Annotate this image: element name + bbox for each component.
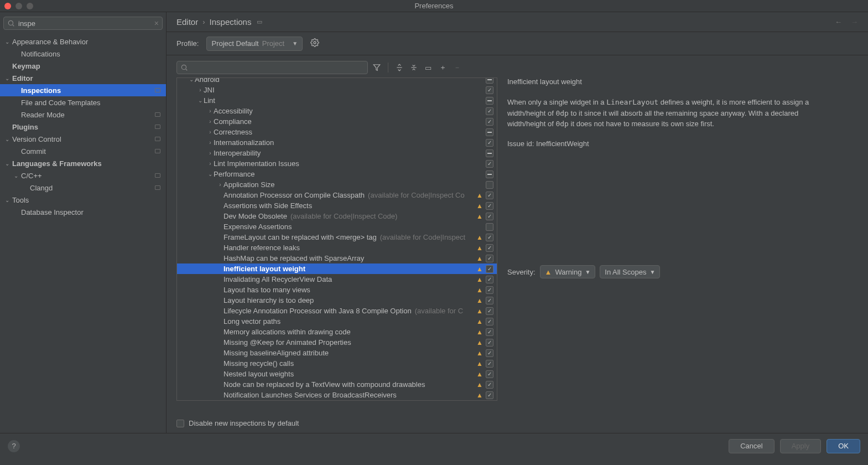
sidebar-item-database-inspector[interactable]: Database Inspector [0, 206, 166, 218]
filter-icon[interactable] [371, 62, 382, 73]
sidebar-search-input[interactable]: × [3, 17, 163, 30]
inspection-checkbox[interactable] [486, 286, 493, 294]
profile-combo[interactable]: Project Default Project ▼ [206, 37, 303, 51]
inspection-checkbox[interactable] [486, 170, 493, 178]
sidebar-search-field[interactable] [15, 19, 154, 28]
inspection-row[interactable]: Assertions with Side Effects▲ [177, 200, 497, 211]
sidebar-item-inspections[interactable]: Inspections [0, 84, 166, 96]
inspection-checkbox[interactable] [486, 318, 493, 326]
sidebar-item-version-control[interactable]: ⌄Version Control [0, 133, 166, 145]
inspection-row[interactable]: Layout hierarchy is too deep▲ [177, 295, 497, 306]
inspection-checkbox[interactable] [486, 265, 493, 273]
inspection-checkbox[interactable] [486, 97, 493, 105]
clear-search-icon[interactable]: × [154, 19, 159, 28]
inspection-row[interactable]: ›Accessibility [177, 106, 497, 116]
scope-combo[interactable]: In All Scopes ▼ [600, 265, 660, 278]
inspection-checkbox[interactable] [486, 307, 493, 315]
inspection-checkbox[interactable] [486, 297, 493, 304]
inspection-checkbox[interactable] [486, 234, 493, 241]
inspection-row[interactable]: Missing @Keep for Animated Properties▲ [177, 337, 497, 348]
sidebar-item-commit[interactable]: Commit [0, 145, 166, 157]
inspection-row[interactable]: Memory allocations within drawing code▲ [177, 327, 497, 337]
inspection-row[interactable]: ›Compliance [177, 116, 497, 127]
window-maximize-button[interactable] [27, 3, 33, 9]
sidebar-item-appearance-behavior[interactable]: ⌄Appearance & Behavior [0, 35, 166, 48]
expand-all-icon[interactable] [394, 62, 405, 73]
inspection-row[interactable]: Invalidating All RecyclerView Data▲ [177, 274, 497, 285]
sidebar-item-reader-mode[interactable]: Reader Mode [0, 108, 166, 121]
help-button[interactable]: ? [8, 440, 20, 452]
gear-icon[interactable] [310, 38, 319, 49]
collapse-all-icon[interactable] [408, 62, 419, 73]
inspection-row[interactable]: Dev Mode Obsolete(available for Code|Ins… [177, 211, 497, 221]
inspection-row[interactable]: Expensive Assertions [177, 221, 497, 232]
apply-button[interactable]: Apply [780, 439, 822, 453]
inspection-row[interactable]: Annotation Processor on Compile Classpat… [177, 190, 497, 200]
sidebar-item-editor[interactable]: ⌄Editor [0, 72, 166, 84]
inspection-row[interactable]: ›JNI [177, 85, 497, 95]
inspection-row[interactable]: Lifecycle Annotation Processor with Java… [177, 306, 497, 316]
inspection-checkbox[interactable] [486, 360, 493, 368]
inspection-tree[interactable]: ⌄Android›JNI⌄Lint›Accessibility›Complian… [177, 78, 497, 400]
inspection-checkbox[interactable] [486, 391, 493, 399]
inspection-checkbox[interactable] [486, 192, 493, 199]
inspection-checkbox[interactable] [486, 339, 493, 347]
inspection-checkbox[interactable] [486, 107, 493, 115]
inspection-row[interactable]: Missing baselineAligned attribute▲ [177, 348, 497, 358]
inspection-row[interactable]: Inefficient layout weight▲ [177, 264, 497, 274]
inspection-checkbox[interactable] [486, 349, 493, 357]
sidebar-item-clangd[interactable]: Clangd [0, 182, 166, 194]
inspection-checkbox[interactable] [486, 160, 493, 168]
inspection-row[interactable]: ›Lint Implementation Issues [177, 158, 497, 169]
inspection-row[interactable]: ⌄Android [177, 78, 497, 85]
inspection-checkbox[interactable] [486, 244, 493, 252]
sidebar-item-notifications[interactable]: Notifications [0, 48, 166, 60]
inspection-search-input[interactable] [176, 61, 368, 74]
remove-icon[interactable]: － [451, 62, 462, 73]
inspection-row[interactable]: ›Internationalization [177, 137, 497, 148]
sidebar-item-file-and-code-templates[interactable]: File and Code Templates [0, 96, 166, 108]
sidebar-item-languages-frameworks[interactable]: ⌄Languages & Frameworks [0, 157, 166, 169]
inspection-row[interactable]: Long vector paths▲ [177, 316, 497, 327]
inspection-row[interactable]: ⌄Performance [177, 169, 497, 179]
inspection-checkbox[interactable] [486, 255, 493, 262]
window-minimize-button[interactable] [15, 3, 22, 9]
sidebar-item-plugins[interactable]: Plugins [0, 121, 166, 133]
inspection-checkbox[interactable] [486, 128, 493, 136]
inspection-checkbox[interactable] [486, 381, 493, 389]
inspection-row[interactable]: ⌄Lint [177, 95, 497, 106]
disable-new-inspections-checkbox[interactable] [176, 420, 184, 427]
inspection-checkbox[interactable] [486, 181, 493, 189]
inspection-checkbox[interactable] [486, 276, 493, 283]
window-close-button[interactable] [4, 3, 11, 9]
ok-button[interactable]: OK [827, 439, 860, 453]
inspection-checkbox[interactable] [486, 118, 493, 126]
nav-back-icon[interactable]: ← [835, 18, 842, 26]
inspection-checkbox[interactable] [486, 213, 493, 220]
sidebar-item-c-c-[interactable]: ⌄C/C++ [0, 169, 166, 182]
inspection-checkbox[interactable] [486, 149, 493, 157]
inspection-row[interactable]: FrameLayout can be replaced with <merge>… [177, 232, 497, 242]
inspection-checkbox[interactable] [486, 86, 493, 94]
sidebar-item-tools[interactable]: ⌄Tools [0, 194, 166, 206]
sidebar-item-keymap[interactable]: Keymap [0, 60, 166, 72]
inspection-row[interactable]: Handler reference leaks▲ [177, 242, 497, 253]
inspection-row[interactable]: Node can be replaced by a TextView with … [177, 379, 497, 390]
inspection-checkbox[interactable] [486, 78, 493, 84]
breadcrumb-editor[interactable]: Editor [176, 17, 198, 27]
inspection-row[interactable]: Nested layout weights▲ [177, 369, 497, 379]
inspection-row[interactable]: Notification Launches Services or Broadc… [177, 390, 497, 400]
inspection-row[interactable]: ›Correctness [177, 127, 497, 137]
inspection-checkbox[interactable] [486, 370, 493, 378]
inspection-checkbox[interactable] [486, 328, 493, 336]
cancel-button[interactable]: Cancel [729, 439, 774, 453]
inspection-checkbox[interactable] [486, 139, 493, 147]
severity-combo[interactable]: ▲ Warning ▼ [540, 265, 596, 278]
inspection-row[interactable]: Missing recycle() calls▲ [177, 358, 497, 369]
inspection-checkbox[interactable] [486, 202, 493, 210]
add-icon[interactable]: ＋ [437, 62, 448, 73]
reset-icon[interactable]: ▭ [423, 62, 434, 73]
nav-forward-icon[interactable]: → [851, 18, 858, 26]
inspection-row[interactable]: ›Interoperability [177, 148, 497, 158]
inspection-row[interactable]: HashMap can be replaced with SparseArray… [177, 253, 497, 264]
